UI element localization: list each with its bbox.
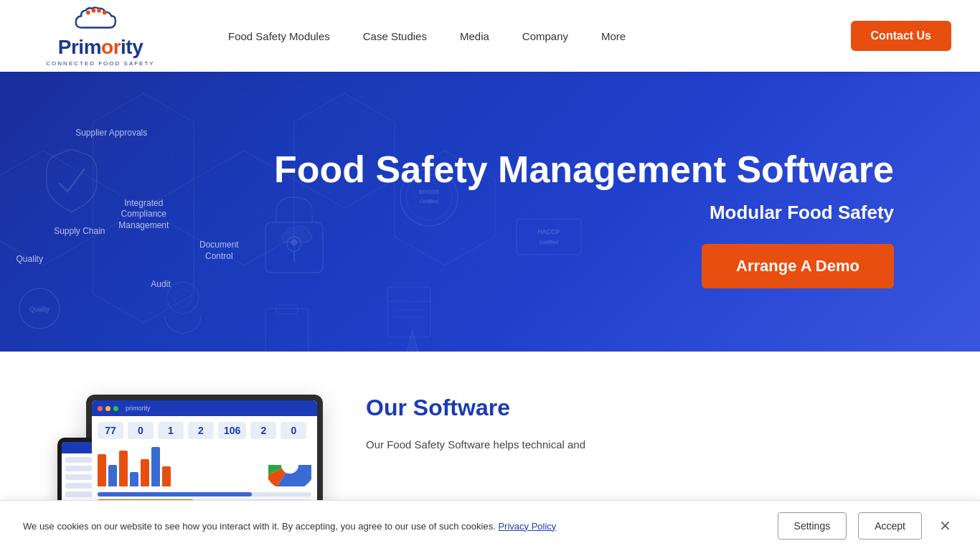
svg-point-2 [97,8,101,12]
stat-77: 77 [98,422,123,439]
mockup-topbar: primority [92,400,317,416]
label-supplier-approvals: Supplier Approvals [75,128,147,139]
svg-rect-23 [387,287,430,337]
svg-point-0 [86,10,90,14]
label-compliance: Integrated Compliance Management [118,198,169,232]
bar-1 [98,454,106,486]
svg-point-17 [19,288,60,329]
logo[interactable]: Primority CONNECTED FOOD SAFETY [29,6,172,67]
svg-point-35 [281,456,298,474]
bar-7 [162,466,171,486]
logo-text: Primority [58,36,143,59]
svg-marker-6 [93,208,194,323]
cookie-banner: We use cookies on our website to see how… [0,500,980,551]
progress-bar-1 [98,492,311,496]
cookie-text: We use cookies on our website to see how… [23,521,766,532]
hero-title: Food Safety Management Software [274,149,894,190]
label-document-control: Document Control [199,240,239,262]
svg-point-1 [92,8,96,12]
label-quality: Quality [17,254,43,265]
mini-pie-chart [268,443,311,486]
svg-marker-9 [0,151,93,265]
cookie-close-button[interactable]: ✕ [933,514,957,537]
label-supply-chain: Supply Chain [54,226,105,237]
stat-2b: 2 [250,422,276,439]
stat-2a: 2 [188,422,214,439]
hero-subtitle: Modular Food Safety [274,202,894,224]
svg-point-29 [174,289,192,306]
cookie-accept-button[interactable]: Accept [858,512,922,540]
privacy-policy-link[interactable]: Privacy Policy [498,521,556,532]
hero-section: BRCGS Certified HACCP Certified Quality [0,72,980,352]
logo-cloud-icon [72,6,129,34]
dot-green [113,406,118,411]
software-description: Our Food Safety Software helps technical… [366,435,923,454]
bar-4 [130,472,138,486]
arrange-demo-button[interactable]: Arrange A Demo [702,244,894,288]
stat-106: 106 [218,422,246,439]
svg-rect-27 [276,305,298,314]
dot-yellow [105,406,110,411]
hero-content: Food Safety Management Software Modular … [274,135,980,288]
nav-food-safety-modules[interactable]: Food Safety Modules [215,24,343,48]
software-text-area: Our Software Our Food Safety Software he… [366,395,923,454]
dot-red [98,406,103,411]
software-heading: Our Software [366,395,923,421]
stat-0: 0 [128,422,154,439]
cookie-settings-button[interactable]: Settings [778,512,847,540]
nav-case-studies[interactable]: Case Studies [350,24,440,48]
svg-point-3 [103,10,107,14]
svg-point-28 [167,282,199,314]
svg-text:Quality: Quality [29,306,50,313]
mini-bar-chart [98,443,264,486]
mockup-chart-area [98,443,311,486]
contact-us-button[interactable]: Contact Us [851,21,951,51]
svg-rect-26 [265,309,308,352]
svg-marker-4 [93,93,194,208]
bar-5 [141,459,149,486]
nav-company[interactable]: Company [509,24,581,48]
site-header: Primority CONNECTED FOOD SAFETY Food Saf… [0,0,980,72]
bar-6 [151,447,160,486]
nav-media[interactable]: Media [447,24,502,48]
mockup-app-name: primority [126,405,151,412]
bar-2 [108,465,117,486]
stat-1: 1 [158,422,184,439]
label-audit: Audit [151,279,170,291]
nav-more[interactable]: More [588,24,639,48]
stat-0b: 0 [281,422,306,439]
main-nav: Food Safety Modules Case Studies Media C… [215,21,951,51]
bar-3 [119,451,128,486]
logo-subtitle: CONNECTED FOOD SAFETY [46,60,154,67]
mockup-stats-row: 77 0 1 2 106 2 0 [98,422,311,439]
